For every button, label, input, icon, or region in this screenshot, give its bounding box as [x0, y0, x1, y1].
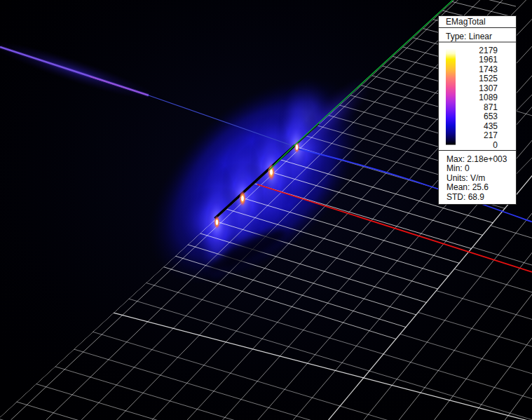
svg-text:2179: 2179 [479, 46, 498, 55]
svg-text:217: 217 [484, 130, 498, 140]
svg-text:EMagTotal: EMagTotal [446, 17, 486, 27]
svg-text:STD: 68.9: STD: 68.9 [446, 192, 484, 202]
svg-text:Type: Linear: Type: Linear [446, 32, 492, 41]
svg-text:435: 435 [484, 121, 498, 131]
svg-text:0: 0 [493, 140, 498, 150]
svg-text:Max: 2.18e+003: Max: 2.18e+003 [446, 154, 507, 164]
svg-text:Min: 0: Min: 0 [446, 163, 470, 173]
svg-text:1961: 1961 [479, 55, 498, 65]
svg-text:Units: V/m: Units: V/m [446, 173, 485, 183]
svg-text:871: 871 [484, 102, 498, 112]
svg-text:Mean: 25.6: Mean: 25.6 [446, 182, 489, 192]
svg-text:1743: 1743 [479, 65, 498, 74]
svg-text:1089: 1089 [479, 93, 498, 102]
svg-text:653: 653 [484, 111, 498, 121]
svg-text:1307: 1307 [479, 83, 498, 93]
svg-text:1525: 1525 [479, 74, 498, 83]
